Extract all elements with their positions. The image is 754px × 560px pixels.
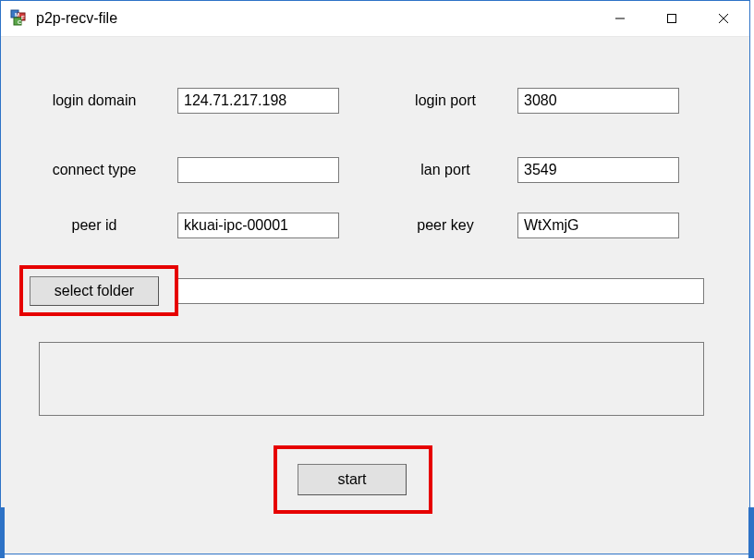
svg-text:F: F: [21, 15, 25, 20]
login-domain-label: login domain: [30, 92, 159, 109]
bg-stripe-left: [0, 507, 5, 558]
peer-key-input[interactable]: [517, 213, 679, 238]
peer-id-input[interactable]: [177, 213, 339, 238]
app-icon: M F C: [10, 9, 29, 28]
status-box: [39, 342, 704, 416]
peer-key-label: peer key: [381, 217, 510, 234]
svg-text:C: C: [18, 19, 22, 25]
window-title: p2p-recv-file: [36, 10, 117, 27]
login-domain-input[interactable]: [177, 88, 339, 114]
lan-port-input[interactable]: [517, 157, 679, 183]
login-port-label: login port: [381, 92, 510, 109]
lan-port-label: lan port: [381, 162, 510, 178]
client-area: login domain login port connect type lan…: [2, 37, 748, 553]
folder-path-input[interactable]: [177, 278, 704, 304]
window-controls: [594, 1, 749, 36]
svg-text:M: M: [15, 12, 19, 18]
svg-rect-7: [668, 15, 676, 23]
login-port-input[interactable]: [517, 88, 679, 114]
titlebar: M F C p2p-recv-file: [1, 1, 749, 37]
start-button[interactable]: start: [298, 464, 407, 495]
app-window: M F C p2p-recv-file login domain: [0, 0, 750, 554]
select-folder-button[interactable]: select folder: [30, 276, 159, 306]
bg-stripe-right: [748, 507, 754, 558]
close-button[interactable]: [698, 1, 749, 36]
connect-type-input[interactable]: [177, 157, 339, 183]
maximize-button[interactable]: [646, 1, 698, 36]
connect-type-label: connect type: [30, 162, 159, 178]
peer-id-label: peer id: [30, 217, 159, 234]
minimize-button[interactable]: [594, 1, 646, 36]
